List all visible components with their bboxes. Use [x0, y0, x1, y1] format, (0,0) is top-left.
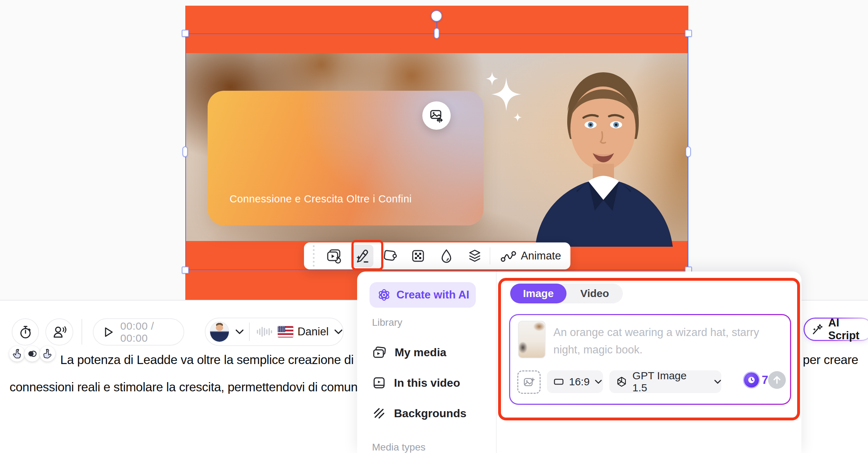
model-dropdown[interactable]: GPT Image 1.5 [609, 370, 721, 393]
layers-button[interactable] [463, 245, 486, 267]
reference-image-thumbnail[interactable] [518, 321, 546, 358]
rotation-handle[interactable] [431, 10, 442, 22]
animate-icon [500, 249, 517, 263]
avatar-thumbnail[interactable] [210, 321, 229, 342]
scene-photo: Connessione e Crescita Oltre i Confini [185, 53, 688, 241]
credit-count: 7 [762, 373, 768, 387]
ai-script-button[interactable]: AI Script [804, 318, 868, 341]
backgrounds-icon [372, 406, 386, 420]
credit-clock-icon [744, 373, 759, 387]
create-with-ai-label: Create with AI [396, 289, 469, 301]
sidebar-item-in-this-video[interactable]: In this video [372, 376, 460, 390]
handle-top-right[interactable] [685, 30, 692, 37]
voice-chevron-down-icon[interactable] [334, 329, 343, 335]
voiceover-button[interactable] [45, 318, 73, 346]
create-with-ai-item[interactable]: Create with AI [370, 282, 476, 308]
replace-image-button[interactable] [422, 101, 451, 130]
animate-button[interactable]: Animate [494, 249, 568, 263]
play-icon[interactable] [104, 327, 113, 337]
layers-icon [467, 248, 483, 264]
transcript-line1[interactable]: La potenza di Leadde va oltre la semplic… [60, 353, 373, 367]
ai-edit-pen-icon [354, 247, 371, 264]
backgrounds-label: Backgrounds [394, 407, 466, 420]
tab-image[interactable]: Image [510, 284, 567, 303]
caption-text: Connessione e Crescita Oltre i Confini [230, 193, 412, 205]
sticker-button[interactable] [378, 245, 401, 267]
waveform-icon [255, 325, 273, 339]
speaking-person-icon [52, 325, 67, 339]
ratio-chevron-down-icon [594, 379, 602, 384]
us-flag-icon [278, 326, 293, 337]
handle-mid-left[interactable] [182, 146, 188, 157]
gesture-swipe-button[interactable] [40, 346, 55, 362]
my-media-label: My media [395, 346, 446, 359]
media-types-section-label: Media types [372, 442, 425, 453]
in-this-video-icon [372, 376, 386, 390]
prompt-box[interactable]: An orange cat wearing a wizard hat, star… [509, 314, 791, 405]
transcript-line2[interactable]: connessioni reali e stimolare la crescit… [10, 380, 360, 394]
magic-wand-icon [812, 323, 823, 336]
ai-edit-button[interactable] [351, 245, 373, 267]
toolbar-divider [490, 247, 490, 264]
app-root: Connessione e Crescita Oltre i Confini [0, 0, 868, 453]
controls-divider [81, 319, 82, 345]
swipe-hand-icon [42, 348, 53, 359]
time-display: 00:00 / 00:00 [120, 320, 184, 344]
generator-tabs: Image Video [510, 284, 623, 303]
aspect-ratio-value: 16:9 [569, 376, 590, 388]
handle-mid-right[interactable] [686, 146, 691, 157]
atom-ai-icon [377, 288, 391, 302]
aspect-ratio-dropdown[interactable]: 16:9 [547, 370, 603, 393]
avatar-chevron-down-icon[interactable] [235, 329, 244, 335]
generate-button[interactable] [768, 371, 786, 389]
in-this-video-label: In this video [394, 376, 460, 390]
transition-button[interactable] [24, 346, 40, 362]
gesture-tap-button[interactable] [9, 346, 25, 362]
pattern-button[interactable] [407, 245, 429, 267]
media-popover: Create with AI Library My media In this … [357, 272, 801, 453]
sparkle-icon [476, 67, 532, 128]
color-drop-icon [439, 248, 454, 264]
prompt-input[interactable]: An orange cat wearing a wizard hat, star… [553, 324, 783, 358]
playback-pill: 00:00 / 00:00 [93, 318, 184, 346]
openai-logo-icon [616, 376, 627, 388]
duration-button[interactable] [12, 318, 39, 346]
sidebar-item-backgrounds[interactable]: Backgrounds [372, 406, 466, 420]
credits-badge: 7 [744, 373, 768, 387]
stopwatch-icon [18, 325, 33, 340]
replace-media-icon [326, 248, 342, 264]
handle-top-center[interactable] [434, 28, 439, 39]
aspect-rect-icon [553, 378, 564, 386]
voice-divider [249, 323, 250, 341]
voice-name: Daniel [298, 325, 329, 338]
replace-media-button[interactable] [322, 245, 345, 267]
overlap-circles-icon [27, 350, 37, 358]
drag-handle-icon[interactable] [312, 245, 315, 267]
element-toolbar: Animate [304, 242, 570, 269]
popover-column-divider [496, 272, 497, 453]
sticker-shape-icon [382, 248, 398, 264]
tab-video[interactable]: Video [567, 284, 623, 303]
library-section-label: Library [372, 317, 402, 328]
ai-script-label: AI Script [828, 317, 868, 342]
up-arrow-icon [773, 375, 781, 385]
transcript-line1-right[interactable]: per creare [803, 353, 858, 367]
image-move-icon [429, 108, 444, 123]
model-chevron-down-icon [714, 379, 721, 384]
avatar-voice-pill: Daniel [205, 318, 344, 346]
model-name: GPT Image 1.5 [632, 370, 702, 394]
color-button[interactable] [435, 245, 458, 267]
handle-bottom-left[interactable] [182, 267, 189, 274]
add-reference-image-button[interactable] [517, 370, 541, 394]
pointing-hand-icon [12, 349, 22, 359]
pattern-frame-icon [410, 248, 426, 264]
presenter-avatar [514, 59, 688, 247]
my-media-icon [372, 345, 387, 359]
sidebar-item-my-media[interactable]: My media [372, 345, 446, 359]
image-plus-icon [523, 376, 535, 388]
animate-label: Animate [521, 250, 561, 262]
handle-top-left[interactable] [182, 30, 189, 37]
